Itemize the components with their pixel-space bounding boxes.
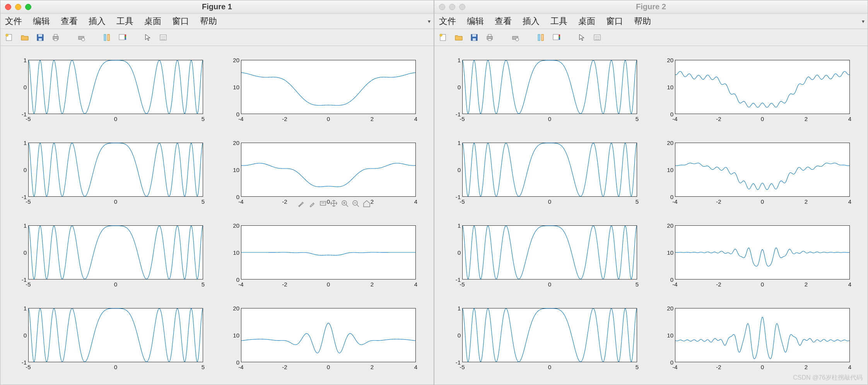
menu-window[interactable]: 窗口 [606, 15, 623, 27]
open-icon[interactable] [20, 32, 30, 43]
print-icon[interactable] [485, 32, 495, 43]
menu-file[interactable]: 文件 [5, 15, 22, 27]
ytick: -1 [448, 111, 461, 118]
menu-edit[interactable]: 编辑 [467, 15, 484, 27]
legend-icon[interactable] [592, 32, 602, 43]
menu-file[interactable]: 文件 [439, 15, 456, 27]
menu-tools[interactable]: 工具 [116, 15, 133, 27]
subplot-4-2[interactable]: 01020-4-2024 [659, 306, 852, 373]
save-icon[interactable] [469, 32, 479, 43]
save-icon[interactable] [35, 32, 45, 43]
svg-rect-4 [39, 38, 42, 41]
zoom-icon[interactable] [459, 4, 465, 10]
subplot-3-2[interactable]: 01020-4-2024 [225, 223, 418, 290]
open-icon[interactable] [454, 32, 464, 43]
annotate-icon[interactable] [319, 199, 327, 208]
titlebar[interactable]: Figure 2 [434, 0, 868, 14]
menu-edit[interactable]: 编辑 [33, 15, 50, 27]
subplot-4-1[interactable]: -101-505 [12, 306, 205, 373]
ytick: 0 [14, 84, 27, 90]
zoom-icon[interactable] [25, 4, 31, 10]
menu-insert[interactable]: 插入 [89, 15, 106, 27]
subplot-1-1[interactable]: -101-505 [12, 58, 205, 125]
menu-help[interactable]: 帮助 [200, 15, 217, 27]
ytick: 0 [660, 111, 673, 118]
xtick: 0 [761, 198, 764, 205]
new-figure-icon[interactable] [4, 32, 14, 43]
subplot-3-1[interactable]: -101-505 [12, 223, 205, 290]
xtick: 0 [327, 281, 330, 288]
subplot-4-2[interactable]: 01020-4-2024 [225, 306, 418, 373]
subplot-2-1[interactable]: -101-505 [446, 140, 639, 208]
subplot-4-1[interactable]: -101-505 [446, 306, 639, 373]
xtick: -2 [716, 198, 721, 205]
menu-desktop[interactable]: 桌面 [144, 15, 161, 27]
link-axes-icon[interactable] [102, 32, 112, 43]
xtick: -2 [282, 281, 287, 288]
close-icon[interactable] [439, 4, 445, 10]
xtick: -4 [238, 198, 243, 205]
ytick: 20 [660, 305, 673, 312]
menu-desktop[interactable]: 桌面 [578, 15, 595, 27]
brush-icon[interactable] [297, 199, 306, 208]
link-axes-icon[interactable] [536, 32, 546, 43]
minimize-icon[interactable] [15, 4, 21, 10]
close-icon[interactable] [5, 4, 11, 10]
pan-icon[interactable] [330, 199, 338, 208]
new-figure-icon[interactable] [438, 32, 448, 43]
ytick: 1 [14, 222, 27, 229]
menu-window[interactable]: 窗口 [172, 15, 189, 27]
subplot-2-2[interactable]: 01020-4-2024 [659, 140, 852, 208]
zoom-out-icon[interactable] [351, 199, 360, 208]
xtick: 4 [414, 364, 417, 370]
subplot-1-1[interactable]: -101-505 [446, 58, 639, 125]
subplot-1-2[interactable]: 01020-4-2024 [659, 58, 852, 125]
cursor-icon[interactable] [143, 32, 153, 43]
ytick: 0 [14, 332, 27, 339]
axes-hover-toolbar[interactable] [297, 199, 371, 208]
ytick: 20 [226, 222, 239, 229]
xtick: -5 [26, 364, 31, 370]
ytick: 10 [660, 249, 673, 256]
menu-expander-icon[interactable]: ▾ [862, 18, 865, 24]
xtick: -2 [716, 281, 721, 288]
menu-tools[interactable]: 工具 [550, 15, 567, 27]
ytick: -1 [14, 359, 27, 366]
menu-view[interactable]: 查看 [61, 15, 78, 27]
menu-view[interactable]: 查看 [495, 15, 512, 27]
colorbar-icon[interactable] [551, 32, 561, 43]
home-icon[interactable] [362, 199, 371, 208]
cursor-icon[interactable] [577, 32, 587, 43]
print-preview-icon[interactable] [510, 32, 520, 43]
subplot-3-1[interactable]: -101-505 [446, 223, 639, 290]
subplot-3-2[interactable]: 01020-4-2024 [659, 223, 852, 290]
ytick: 0 [14, 167, 27, 173]
svg-line-23 [346, 204, 348, 207]
subplot-2-1[interactable]: -101-505 [12, 140, 205, 208]
print-preview-icon[interactable] [76, 32, 86, 43]
print-icon[interactable] [51, 32, 61, 43]
menu-expander-icon[interactable]: ▾ [428, 18, 431, 24]
zoom-in-icon[interactable] [340, 199, 349, 208]
menubar: 文件 编辑 查看 插入 工具 桌面 窗口 帮助 ▾ [0, 14, 434, 29]
colorbar-icon[interactable] [117, 32, 127, 43]
ytick: -1 [448, 194, 461, 200]
marker-icon[interactable] [308, 199, 316, 208]
menu-help[interactable]: 帮助 [634, 15, 651, 27]
subplot-2-2[interactable]: 01020-4-2024 [225, 140, 418, 208]
xtick: 5 [202, 116, 205, 122]
xtick: 2 [371, 281, 374, 288]
menu-insert[interactable]: 插入 [523, 15, 540, 27]
ytick: 1 [14, 57, 27, 63]
ytick: 10 [226, 84, 239, 90]
xtick: -2 [282, 198, 287, 205]
legend-icon[interactable] [158, 32, 168, 43]
svg-rect-12 [119, 34, 125, 40]
subplot-1-2[interactable]: 01020-4-2024 [225, 58, 418, 125]
figure-window-2: Figure 2 文件 编辑 查看 插入 工具 桌面 窗口 帮助 ▾ -101-… [434, 0, 868, 385]
window-controls[interactable] [5, 4, 31, 10]
svg-rect-39 [538, 34, 540, 41]
window-controls[interactable] [439, 4, 465, 10]
minimize-icon[interactable] [449, 4, 455, 10]
titlebar[interactable]: Figure 1 [0, 0, 434, 14]
